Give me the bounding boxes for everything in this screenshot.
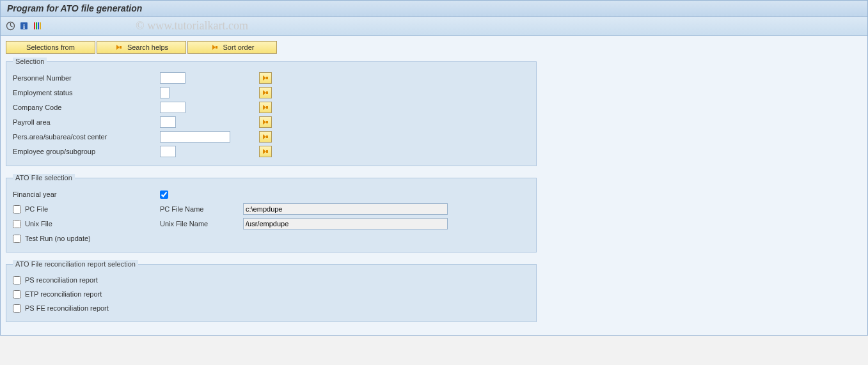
group-legend: ATO File selection (13, 174, 75, 182)
svg-rect-12 (266, 91, 268, 94)
group-legend: Selection (13, 58, 47, 65)
ps-recon-checkbox[interactable] (13, 276, 21, 284)
checkbox-label: PC File (25, 205, 48, 213)
checkbox-label: PS FE reconciliation report (25, 304, 109, 312)
unix-file-name-input[interactable] (243, 218, 448, 229)
svg-rect-7 (38, 22, 39, 29)
multiple-selection-button[interactable] (259, 102, 272, 113)
employee-group-input[interactable] (160, 146, 176, 157)
multiple-selection-button[interactable] (259, 116, 272, 128)
unix-file-checkbox[interactable] (13, 220, 21, 228)
employment-status-input[interactable] (160, 87, 170, 98)
row-payroll-area: Payroll area (13, 115, 530, 129)
group-legend: ATO File reconciliation report selection (13, 260, 138, 268)
row-company-code: Company Code (13, 100, 530, 114)
psfe-recon-checkbox[interactable] (13, 304, 21, 313)
multiple-selection-button[interactable] (259, 87, 272, 98)
search-helps-button[interactable]: Search helps (97, 41, 186, 54)
company-code-input[interactable] (160, 102, 185, 113)
button-label: Search helps (127, 43, 168, 51)
checkbox-label: Unix File (25, 220, 52, 228)
field-label: Unix File Name (160, 220, 243, 228)
app-toolbar: i © www.tutorialkart.com (1, 17, 867, 36)
svg-rect-10 (216, 46, 217, 49)
checkbox-label: ETP reconciliation report (25, 290, 102, 298)
svg-rect-16 (266, 150, 268, 153)
button-label: Selections from (26, 43, 75, 51)
row-unix-file: Unix File Unix File Name (13, 217, 530, 231)
button-label: Sort order (223, 43, 255, 51)
checkbox-label: PS reconciliation report (25, 276, 98, 284)
row-pers-area: Pers.area/subarea/cost center (13, 130, 530, 144)
row-financial-year: Financial year (13, 187, 530, 201)
pers-area-input[interactable] (160, 131, 230, 143)
field-label: Pers.area/subarea/cost center (13, 133, 160, 141)
recon-group: ATO File reconciliation report selection… (6, 260, 537, 322)
selections-from-button[interactable]: Selections from (6, 41, 95, 54)
svg-rect-15 (266, 136, 268, 138)
row-personnel-number: Personnel Number (13, 71, 530, 85)
personnel-number-input[interactable] (160, 72, 185, 84)
list-color-icon[interactable] (33, 21, 42, 31)
field-label: Financial year (13, 190, 56, 198)
field-label: Employee group/subgroup (13, 148, 160, 155)
field-label: Payroll area (13, 118, 160, 126)
watermark-text: © www.tutorialkart.com (136, 19, 248, 33)
info-icon[interactable]: i (19, 21, 29, 31)
row-employment-status: Employment status (13, 86, 530, 100)
etp-recon-checkbox[interactable] (13, 290, 21, 299)
financial-year-checkbox[interactable] (160, 190, 168, 199)
button-row: Selections from Search helps Sort order (6, 41, 862, 54)
row-pc-file: PC File PC File Name (13, 202, 530, 216)
pc-file-name-input[interactable] (243, 203, 448, 215)
svg-rect-5 (34, 22, 35, 29)
row-employee-group: Employee group/subgroup (13, 144, 530, 159)
row-test-run: Test Run (no update) (13, 231, 530, 245)
page-title: Program for ATO file generation (7, 3, 142, 13)
ato-file-group: ATO File selection Financial year PC Fil… (6, 174, 537, 252)
execute-icon[interactable] (6, 21, 15, 31)
arrow-right-icon (210, 43, 219, 52)
arrow-right-icon (114, 43, 123, 52)
field-label: Personnel Number (13, 74, 160, 82)
svg-rect-13 (266, 106, 268, 109)
pc-file-checkbox[interactable] (13, 205, 21, 214)
test-run-checkbox[interactable] (13, 235, 21, 243)
field-label: Company Code (13, 104, 160, 111)
svg-rect-9 (120, 46, 122, 49)
svg-rect-11 (266, 77, 268, 79)
payroll-area-input[interactable] (160, 116, 176, 128)
svg-line-2 (11, 26, 13, 27)
row-psfe-recon: PS FE reconciliation report (13, 301, 530, 315)
app-window: Program for ATO file generation i © www.… (0, 0, 868, 336)
multiple-selection-button[interactable] (259, 146, 272, 157)
row-etp-recon: ETP reconciliation report (13, 287, 530, 301)
selection-group: Selection Personnel Number Employment st… (6, 58, 537, 166)
multiple-selection-button[interactable] (259, 72, 272, 84)
title-bar: Program for ATO file generation (1, 1, 867, 17)
multiple-selection-button[interactable] (259, 131, 272, 143)
svg-rect-6 (36, 22, 37, 29)
svg-text:i: i (23, 22, 25, 30)
sort-order-button[interactable]: Sort order (187, 41, 277, 54)
field-label: Employment status (13, 89, 160, 97)
content-area: Selections from Search helps Sort order … (1, 36, 867, 335)
row-ps-recon: PS reconciliation report (13, 273, 530, 287)
field-label: PC File Name (160, 205, 243, 213)
svg-rect-8 (40, 22, 41, 29)
checkbox-label: Test Run (no update) (25, 235, 91, 242)
svg-rect-14 (266, 121, 268, 123)
